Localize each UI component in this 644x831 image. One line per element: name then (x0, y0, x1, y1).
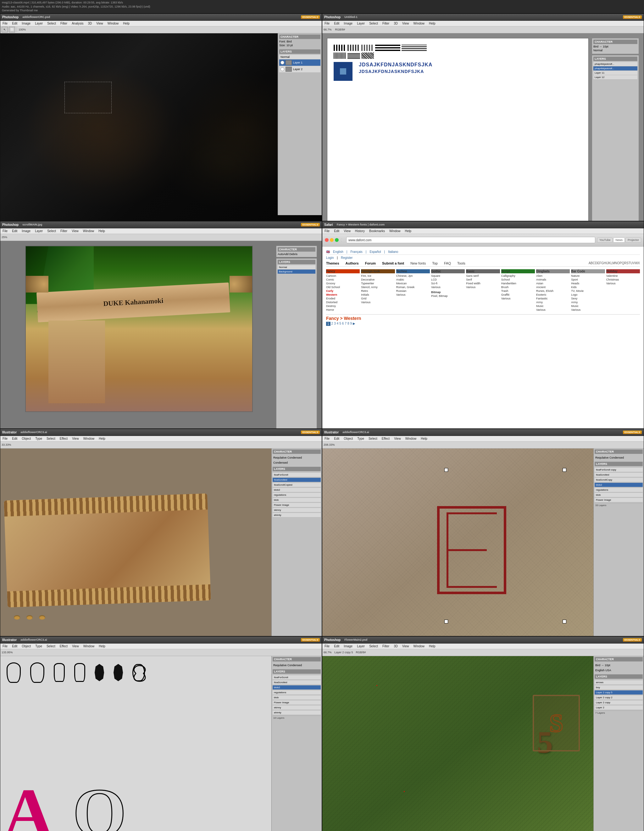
page-2[interactable]: 2 (331, 322, 333, 326)
script-graffiti[interactable]: Graffiti (501, 293, 535, 297)
fancy-comic[interactable]: Comic (326, 278, 360, 282)
nav-themes[interactable]: Themes (326, 261, 339, 265)
script-calligraphy[interactable]: Calligraphy (501, 274, 535, 278)
barcode-sexy[interactable]: Sexy (571, 297, 605, 300)
barcode-tvmovie[interactable]: TV, Movie (571, 289, 605, 293)
fancy-cartoon[interactable]: Cartoon (326, 274, 360, 278)
menu-bar-2[interactable]: File Edit Image Layer Select Filter 3D V… (322, 21, 644, 26)
bitmap-pixel[interactable]: Pixel, Bitmap (431, 294, 465, 298)
menu-edit-7[interactable]: Edit (11, 644, 18, 648)
il-layer-7-skinny[interactable]: skinny (273, 705, 321, 710)
techno-arabic[interactable]: Arabic (396, 278, 430, 282)
dingbats-ancient[interactable]: Ancient (536, 285, 570, 289)
il-layer-7-2[interactable]: ItoaScrolled (273, 680, 321, 685)
page-next[interactable]: ▶ (353, 322, 355, 326)
il-layer-7-ahimty[interactable]: ahimty (273, 710, 321, 715)
toolbar-3[interactable]: 25% (0, 234, 322, 241)
fancy-distorted[interactable]: Distorted (326, 300, 360, 304)
fancy-oldschool[interactable]: Old School (326, 285, 360, 289)
nav-forum[interactable]: Forum (365, 261, 376, 265)
menu-help-6[interactable]: Help (420, 436, 428, 441)
menu-bar-3[interactable]: File Edit Image Layer Select Filter View… (0, 228, 322, 234)
menu-select-2[interactable]: Select (368, 21, 379, 25)
menu-file-6[interactable]: File (324, 436, 331, 441)
toolbar-6[interactable]: 208.33% (322, 442, 644, 449)
menu-select-1[interactable]: Select (46, 21, 57, 25)
barcode-nature[interactable]: Nature (571, 274, 605, 278)
script-trash[interactable]: Trash (501, 289, 535, 293)
menu-select-8[interactable]: Select (368, 644, 379, 648)
menu-type-6[interactable]: Type (356, 436, 365, 441)
menu-filter-8[interactable]: Filter (382, 644, 390, 648)
menu-view-5[interactable]: View (71, 436, 80, 441)
menu-help-3[interactable]: Help (97, 229, 106, 233)
ps-layer-8-layer2[interactable]: Layer 2 (595, 705, 643, 710)
menu-select-7[interactable]: Select (46, 644, 56, 648)
tab-youtube[interactable]: YouTube (597, 237, 612, 242)
dingbats-music[interactable]: Music (536, 304, 570, 308)
menu-file-5[interactable]: File (2, 436, 8, 441)
menu-help-7[interactable]: Help (98, 644, 106, 648)
menu-file-7[interactable]: File (2, 644, 8, 648)
menu-view-6[interactable]: View (393, 436, 402, 441)
layer-item-normal[interactable]: Normal (279, 55, 320, 59)
menu-edit-6[interactable]: Edit (333, 436, 340, 441)
menu-layer-1[interactable]: Layer (34, 21, 44, 25)
il-layer-6-3[interactable]: ItoaScrollCopy (595, 478, 643, 482)
il-layer-6-7[interactable]: Flower Image (595, 498, 643, 502)
basic-fixedwidth[interactable]: Fixed width (466, 282, 500, 285)
lang-english[interactable]: English (333, 250, 343, 253)
tab-projector[interactable]: Projector (625, 237, 641, 242)
menu-window-5[interactable]: Window (83, 436, 95, 441)
foreign-fire[interactable]: Fire, Ice (361, 274, 394, 278)
il-layer-scroll-3[interactable]: ItoaScrollCopied (273, 483, 321, 487)
foreign-decorative[interactable]: Decorative (361, 278, 394, 282)
page-6[interactable]: 6 (342, 322, 344, 326)
barcode-heads[interactable]: Heads (571, 282, 605, 285)
menu-window-2[interactable]: Window (413, 21, 426, 25)
menu-3d-8[interactable]: 3D (393, 644, 399, 648)
foreign-stencil[interactable]: Stencil, Army (361, 285, 394, 289)
page-1[interactable]: 1 (326, 322, 331, 326)
il-layer-flower[interactable]: Flower Image (273, 503, 321, 507)
menu-window-1[interactable]: Window (107, 21, 120, 25)
menu-file-3[interactable]: File (2, 229, 8, 233)
menu-window-3[interactable]: Window (82, 229, 95, 233)
barcode-army[interactable]: Army (571, 300, 605, 304)
il-layer-blob2[interactable]: blob2 (273, 488, 321, 492)
dingbats-army[interactable]: Army (536, 300, 570, 304)
fancy-destroy[interactable]: Destroy (326, 304, 360, 308)
dingbats-esoteric[interactable]: Esoteric (536, 293, 570, 297)
menu-edit-1[interactable]: Edit (11, 21, 18, 25)
techno-mexican[interactable]: Mexican (396, 282, 430, 285)
menu-3d-2[interactable]: 3D (393, 21, 399, 25)
menu-bar-1[interactable]: File Edit Image Layer Select Filter Anal… (0, 21, 322, 26)
foreign-grid[interactable]: Grid (361, 297, 394, 300)
lang-french[interactable]: Français (350, 250, 362, 253)
barcode-kids[interactable]: Kids (571, 285, 605, 289)
menu-file-4[interactable]: File (324, 229, 331, 233)
nav-submit[interactable]: Submit a font (382, 261, 404, 265)
menu-effect-5[interactable]: Effect (59, 436, 68, 441)
menu-help-1[interactable]: Help (122, 21, 130, 25)
techno-roman[interactable]: Roman, Greek (396, 285, 430, 289)
dingbats-animals[interactable]: Animals (536, 278, 570, 282)
url-bar[interactable]: www.dafont.com (346, 237, 595, 243)
lang-italian[interactable]: Italiano (388, 250, 398, 253)
script-various[interactable]: Various (501, 297, 535, 300)
page-8[interactable]: 8 (347, 322, 349, 326)
page-9[interactable]: 9 (350, 322, 352, 326)
menu-type-7[interactable]: Type (34, 644, 43, 648)
menu-edit-4[interactable]: Edit (333, 229, 340, 233)
layer-item-2[interactable]: Layer 2 (279, 66, 320, 73)
register-link[interactable]: Register (341, 256, 353, 259)
menu-file-1[interactable]: File (2, 21, 8, 25)
menu-help-8[interactable]: Help (428, 644, 436, 648)
menu-image-1[interactable]: Image (21, 21, 32, 25)
menu-view-2[interactable]: View (401, 21, 410, 25)
tab-news[interactable]: News (613, 237, 625, 242)
menu-bar-7[interactable]: File Edit Object Type Select Effect View… (0, 643, 322, 649)
il-layer-scroll-2[interactable]: ItoaScrolled (273, 478, 321, 482)
script-handwritten[interactable]: Handwritten (501, 282, 535, 285)
techno-various[interactable]: Various (396, 293, 430, 297)
